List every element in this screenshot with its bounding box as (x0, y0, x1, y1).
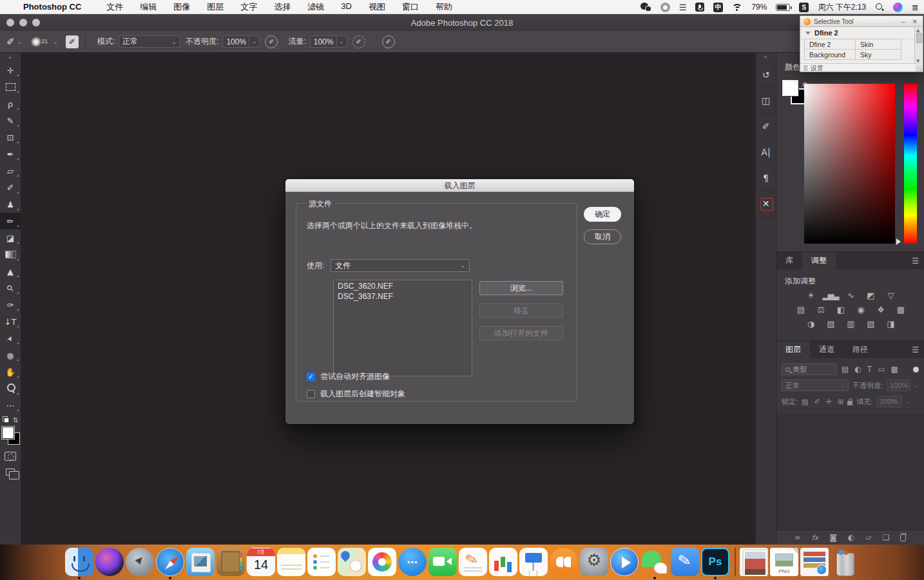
battery-icon[interactable] (776, 4, 790, 11)
character-panel-icon[interactable]: A| (756, 139, 776, 165)
spotlight-icon[interactable] (875, 3, 884, 12)
foreground-color-swatch[interactable] (2, 427, 14, 439)
eraser-tool[interactable]: ◪ (0, 229, 21, 246)
menubar-menu-item[interactable]: 图像 (173, 1, 190, 13)
dictation-status-icon[interactable] (695, 3, 704, 12)
lock-artboard-icon[interactable]: ⊞ (838, 398, 843, 406)
panel-menu-icon[interactable]: ☰ (912, 256, 919, 266)
dock-photos-icon[interactable] (368, 548, 396, 576)
dock-system-preferences-icon[interactable] (580, 548, 608, 576)
gradient-tool[interactable] (0, 246, 21, 263)
color-lookup-icon[interactable]: ▦ (893, 304, 907, 315)
blur-tool[interactable]: ▲ (0, 263, 21, 280)
link-layers-icon[interactable]: ∞ (794, 533, 801, 542)
tab-layers[interactable]: 图层 (776, 341, 810, 358)
edit-toolbar-button[interactable]: ⋯ (0, 397, 21, 414)
levels-icon[interactable]: ▂▅▃ (823, 290, 838, 301)
menubar-menu-item[interactable]: 滤镜 (307, 1, 324, 13)
lock-all-icon[interactable] (847, 401, 852, 405)
filter-type-icon[interactable]: T (867, 365, 872, 374)
new-adjustment-icon[interactable]: ◐ (848, 533, 854, 542)
filter-smart-object-icon[interactable]: ▩ (891, 365, 898, 374)
dock-itunes-icon[interactable] (610, 548, 639, 576)
filter-toggle[interactable] (913, 367, 919, 372)
resize-grip[interactable] (916, 66, 922, 72)
eyedropper-tool[interactable]: ✒ (0, 146, 21, 162)
dock-photoshop-icon[interactable]: Ps (701, 548, 729, 576)
size-pressure-icon[interactable]: ✐ (382, 35, 395, 48)
hue-saturation-icon[interactable]: ▤ (793, 304, 807, 315)
clone-stamp-tool[interactable]: ♟ (0, 196, 21, 213)
dock-wechat-icon[interactable] (640, 548, 669, 576)
new-group-icon[interactable]: ▱ (865, 533, 871, 542)
tab-paths[interactable]: 路径 (843, 341, 877, 358)
dock-launchpad-icon[interactable] (126, 548, 154, 576)
3d-panel-icon[interactable]: ◫ (756, 88, 776, 113)
exposure-icon[interactable]: ◩ (863, 290, 878, 301)
toggle-brush-settings-button[interactable]: ✐ (66, 35, 79, 48)
layer-blend-select[interactable]: 正常 ⌄ (782, 380, 849, 391)
file-list-item[interactable]: DSC_3620.NEF (334, 280, 472, 291)
menubar-menu-item[interactable]: 文字 (240, 1, 257, 13)
align-checkbox-row[interactable]: ✓ 尝试自动对齐源图像 (307, 371, 390, 382)
selective-tool-panel-icon[interactable]: ✕ (756, 191, 776, 217)
dock-screenshot-file-icon[interactable] (800, 548, 829, 576)
hand-tool[interactable]: ✋ (0, 363, 21, 380)
cancel-button[interactable]: 取消 (584, 229, 621, 244)
dock-siri-icon[interactable] (95, 548, 124, 576)
selective-color-icon[interactable]: ◨ (883, 318, 898, 329)
dock-trash-icon[interactable] (831, 548, 859, 576)
spot-healing-brush-tool[interactable]: ▱ (0, 162, 21, 179)
minimize-icon[interactable]: – (900, 18, 907, 25)
selective-tool-button[interactable]: Dfine 2 (804, 39, 855, 50)
saturation-brightness-box[interactable] (804, 84, 895, 244)
airbrush-icon[interactable]: ✐ (352, 35, 365, 48)
tab-channels[interactable]: 通道 (810, 341, 843, 358)
tab-adjustments[interactable]: 调整 (802, 252, 836, 269)
menubar-menu-item[interactable]: 视图 (369, 1, 385, 13)
dock-ibooks-icon[interactable] (550, 548, 578, 576)
use-select[interactable]: 文件 ⌄ (331, 259, 470, 272)
browse-button[interactable]: 浏览... (479, 281, 563, 295)
collapse-tools-button[interactable]: » (0, 53, 21, 62)
panel-foreground-swatch[interactable] (782, 80, 798, 96)
tab-libraries[interactable]: 库 (776, 252, 802, 269)
chevron-down-icon[interactable]: ⌄ (249, 35, 260, 48)
panel-menu-icon[interactable]: ☰ (912, 345, 919, 354)
quick-mask-button[interactable] (5, 452, 16, 461)
notification-center-icon[interactable]: ≣ (912, 3, 919, 12)
menubar-menu-item[interactable]: 帮助 (436, 1, 452, 13)
crop-tool[interactable]: ⊡ (0, 129, 21, 146)
dock-calendar-icon[interactable]: 7月 14 (247, 548, 275, 576)
collapse-panels-button[interactable]: « (756, 53, 776, 62)
invert-icon[interactable]: ◑ (804, 318, 818, 329)
menubar-menu-item[interactable]: 文件 (106, 1, 123, 13)
type-tool[interactable]: ↓T (0, 313, 21, 330)
wechat-status-icon[interactable] (640, 3, 651, 12)
selective-tool-button[interactable]: Background (804, 49, 855, 60)
settings-bar[interactable]: ☰ 设置 (800, 63, 916, 72)
selective-tool-button[interactable]: Skin (855, 39, 901, 50)
tool-preset-picker[interactable]: ✐ ⌄ (6, 36, 22, 48)
dock-image-file-icon[interactable] (740, 548, 768, 576)
dock-facetime-icon[interactable] (428, 548, 457, 576)
fill-value[interactable]: 100% (876, 396, 902, 407)
dock-notes-blue-icon[interactable] (671, 548, 699, 576)
dock-finder-icon[interactable] (65, 548, 93, 576)
dock-maps-icon[interactable] (338, 548, 366, 576)
input-source-icon[interactable]: 中 (713, 3, 723, 12)
opacity-pressure-icon[interactable]: ✐ (265, 35, 278, 48)
flow-value[interactable]: 100% (310, 35, 337, 48)
scroll-down-icon[interactable]: ▼ (916, 59, 919, 64)
file-listbox[interactable]: DSC_3620.NEFDSC_3637.NEF (333, 280, 472, 376)
dock-pages-icon[interactable] (459, 548, 487, 576)
scroll-up-icon[interactable]: ▲ (916, 28, 919, 33)
selective-tool-titlebar[interactable]: Selective Tool – ✕ (800, 16, 923, 27)
creative-cloud-status-icon[interactable] (660, 3, 670, 12)
tab-color[interactable]: 颜色 (785, 62, 800, 73)
marquee-tool[interactable] (0, 79, 21, 95)
lock-paint-icon[interactable]: ✐ (814, 398, 820, 406)
brush-preview[interactable] (31, 37, 41, 47)
delete-layer-icon[interactable] (900, 534, 906, 541)
dock-notes-icon[interactable] (277, 548, 305, 576)
